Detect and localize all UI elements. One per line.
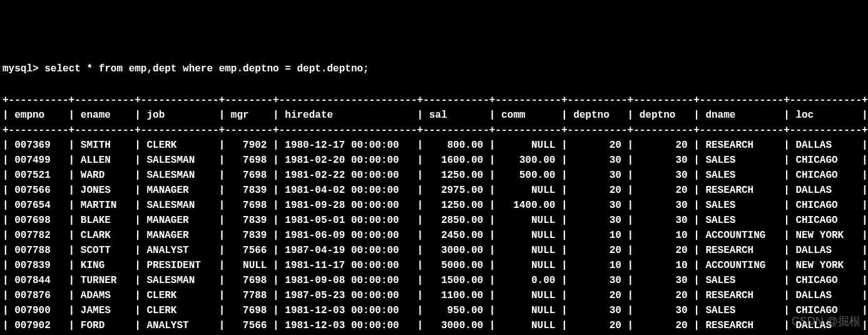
prompt-line[interactable]: mysql> select * from emp,dept where emp.… — [3, 61, 865, 76]
prompt-prefix: mysql> — [3, 63, 44, 75]
sql-query: select * from emp,dept where emp.deptno … — [44, 63, 369, 75]
table-output: +----------+----------+-------------+---… — [3, 93, 865, 335]
watermark: CSDN @掘根 — [792, 313, 860, 330]
